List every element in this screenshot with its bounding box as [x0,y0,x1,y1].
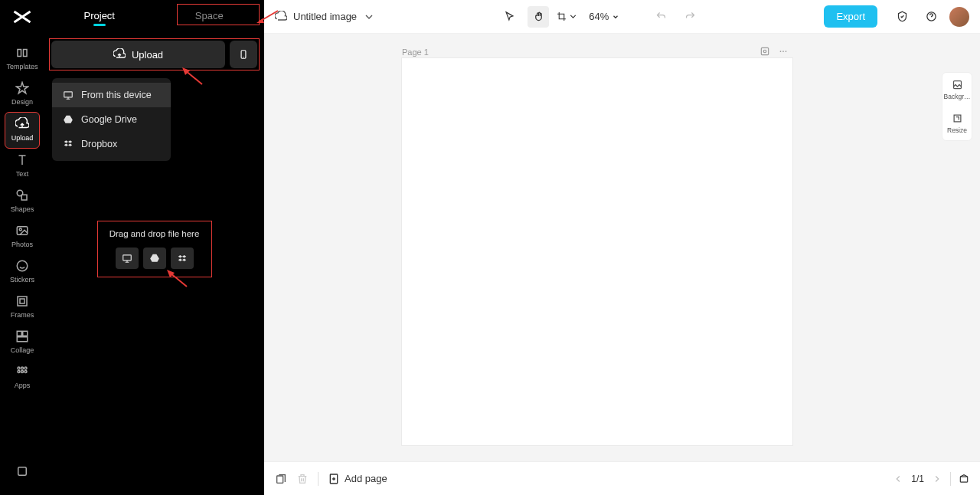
zoom-value: 64% [589,11,609,22]
svg-rect-0 [18,50,21,57]
rail-stickers[interactable]: Stickers [5,254,40,290]
tool-label: Resize [947,126,967,134]
rail-templates[interactable]: Templates [5,41,40,77]
page-counter: 1/1 [911,474,924,484]
svg-point-17 [24,371,27,373]
svg-rect-29 [761,48,768,54]
export-button[interactable]: Export [824,5,877,28]
svg-rect-36 [277,476,283,483]
drop-gdrive-button[interactable] [143,248,166,269]
svg-rect-21 [122,255,131,261]
document-title-group[interactable]: Untitled image [275,11,375,23]
rail-design[interactable]: Design [5,77,40,112]
divider [318,472,318,486]
drop-device-button[interactable] [116,248,139,269]
annotation-box-dropzone: Drag and drop file here [97,221,212,277]
svg-point-32 [782,51,784,52]
svg-point-16 [21,371,24,373]
document-title: Untitled image [293,11,357,22]
dropdown-from-device[interactable]: From this device [52,83,171,107]
rail-upload[interactable]: Upload [5,112,40,149]
page-tools [760,46,789,57]
present-icon[interactable] [959,474,969,484]
crop-tool[interactable] [557,6,578,28]
upload-button-label: Upload [132,49,163,61]
svg-line-24 [185,70,202,84]
dropdown-google-drive[interactable]: Google Drive [52,107,171,132]
add-page-icon [328,473,340,485]
drop-zone-text: Drag and drop file here [104,229,205,238]
svg-rect-9 [17,331,21,336]
hand-tool[interactable] [528,6,549,28]
upload-phone-button[interactable] [230,41,257,68]
svg-rect-20 [64,92,73,97]
icon-rail: Templates Design Upload Text Shapes Phot… [0,0,44,495]
cursor-tool[interactable] [498,6,520,28]
svg-point-14 [24,367,27,369]
rail-apps[interactable]: Apps [5,360,40,395]
rail-bottom-item[interactable] [5,460,40,484]
background-tool[interactable]: Backgr… [942,73,972,107]
background-icon [952,79,963,90]
bottombar: Add page 1/1 [264,461,980,495]
rail-collage[interactable]: Collage [5,325,40,360]
svg-point-12 [18,367,20,369]
tab-space[interactable]: Space [155,10,265,21]
dropdown-dropbox[interactable]: Dropbox [52,132,171,156]
main-area: Untitled image 64% Export Page 1 Backgr… [264,0,980,495]
chevron-down-icon [363,11,375,23]
user-avatar[interactable] [949,7,969,27]
svg-rect-38 [960,477,967,482]
svg-rect-3 [21,195,27,200]
drop-dropbox-button[interactable] [171,248,194,269]
zoom-control[interactable]: 64% [589,11,619,22]
redo-button[interactable] [679,6,701,28]
page-more-icon[interactable] [778,46,789,57]
page-label: Page 1 [402,48,429,57]
canvas-page[interactable] [402,58,792,445]
upload-button[interactable]: Upload [51,41,225,68]
shield-icon[interactable] [891,6,913,28]
topbar: Untitled image 64% Export [264,0,980,34]
rail-label: Photos [11,241,33,248]
page-settings-icon[interactable] [760,46,770,57]
svg-point-30 [763,50,766,53]
svg-rect-11 [17,337,28,342]
svg-rect-18 [18,467,27,476]
drop-zone-icons [104,248,205,269]
rail-label: Apps [15,382,31,389]
rail-label: Frames [11,311,34,319]
dropdown-label: Google Drive [81,114,137,125]
svg-rect-8 [20,299,24,303]
resize-tool[interactable]: Resize [942,107,972,140]
rail-photos[interactable]: Photos [5,219,40,254]
rail-label: Upload [11,134,34,142]
rail-text[interactable]: Text [5,149,40,184]
rail-label: Design [11,98,33,106]
svg-rect-35 [954,115,961,122]
tab-project[interactable]: Project [44,10,155,21]
canvas-area[interactable]: Page 1 Backgr… Resize [264,34,980,461]
app-logo[interactable] [11,6,33,28]
divider [950,472,951,486]
svg-rect-7 [18,297,27,306]
pages-icon[interactable] [275,473,287,485]
rail-frames[interactable]: Frames [5,290,40,325]
page-nav: 1/1 [893,472,969,486]
cloud-icon [275,11,287,23]
resize-icon [952,113,963,124]
next-page-icon[interactable] [932,474,942,484]
help-icon[interactable] [920,6,942,28]
rail-shapes[interactable]: Shapes [5,184,40,219]
prev-page-icon[interactable] [893,474,903,484]
rail-label: Text [16,170,29,178]
svg-point-31 [780,51,782,52]
undo-button[interactable] [650,6,671,28]
right-tools-panel: Backgr… Resize [942,72,972,141]
trash-icon[interactable] [296,473,309,485]
rail-label: Stickers [10,276,34,284]
svg-rect-34 [953,81,961,89]
svg-point-33 [786,51,787,52]
add-page-button[interactable]: Add page [328,473,387,485]
svg-point-13 [21,367,24,369]
